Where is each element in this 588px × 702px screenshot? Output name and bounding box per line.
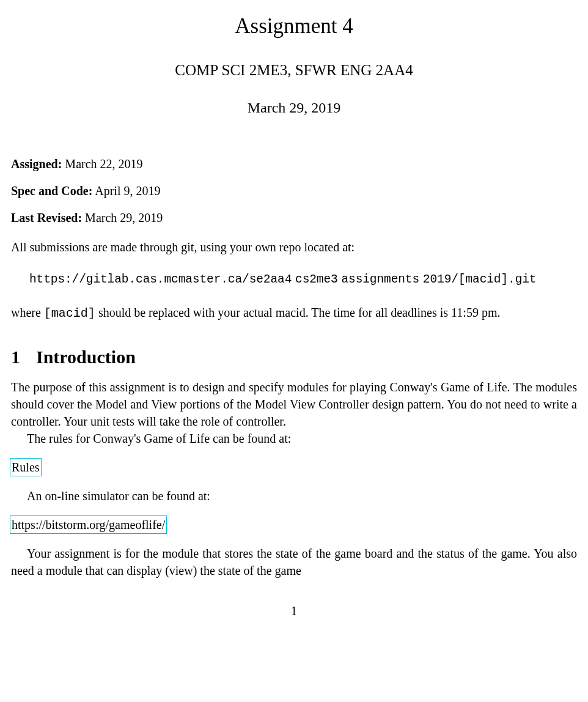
macid-paragraph: where [macid] should be replaced with yo… xyxy=(11,304,577,322)
intro-para-4: Your assignment is for the module that s… xyxy=(11,545,577,579)
spec-line: Spec and Code: April 9, 2019 xyxy=(11,182,577,199)
section-heading: 1Introduction xyxy=(11,344,577,370)
document-title: Assignment 4 xyxy=(11,11,577,41)
intro-para-3: An on-line simulator can be found at: xyxy=(11,487,577,504)
git-url-mid1: cs2me3 xyxy=(295,273,338,286)
document-date: March 29, 2019 xyxy=(11,98,577,119)
submission-intro: All submissions are made through git, us… xyxy=(11,238,577,256)
simulator-link[interactable]: https://bitstorm.org/gameoflife/ xyxy=(10,515,167,534)
spec-value: April 9, 2019 xyxy=(95,184,160,198)
git-url: https://gitlab.cas.mcmaster.ca/se2aa4 cs… xyxy=(29,272,577,288)
macid-token: [macid] xyxy=(44,306,95,320)
document-subtitle: COMP SCI 2ME3, SFWR ENG 2AA4 xyxy=(11,59,577,81)
intro-para-2: The rules for Conway's Game of Life can … xyxy=(11,430,577,447)
intro-para-1: The purpose of this assignment is to des… xyxy=(11,379,577,430)
spec-label: Spec and Code: xyxy=(11,184,92,198)
section-number: 1 xyxy=(11,344,20,370)
page-number: 1 xyxy=(11,602,577,619)
assigned-line: Assigned: March 22, 2019 xyxy=(11,155,577,172)
rules-link[interactable]: Rules xyxy=(10,458,42,476)
revised-value: March 29, 2019 xyxy=(85,211,163,224)
git-url-prefix: https://gitlab.cas.mcmaster.ca/se2aa4 xyxy=(29,273,292,286)
where-prefix: where xyxy=(11,306,44,319)
revised-label: Last Revised: xyxy=(11,211,82,224)
git-url-mid2: assignments xyxy=(341,273,419,286)
assigned-label: Assigned: xyxy=(11,157,62,171)
section-title: Introduction xyxy=(36,347,136,367)
assigned-value: March 22, 2019 xyxy=(65,157,142,171)
git-url-suffix: 2019/[macid].git xyxy=(423,273,537,286)
revised-line: Last Revised: March 29, 2019 xyxy=(11,209,577,226)
where-suffix: should be replaced with your actual maci… xyxy=(95,306,501,319)
